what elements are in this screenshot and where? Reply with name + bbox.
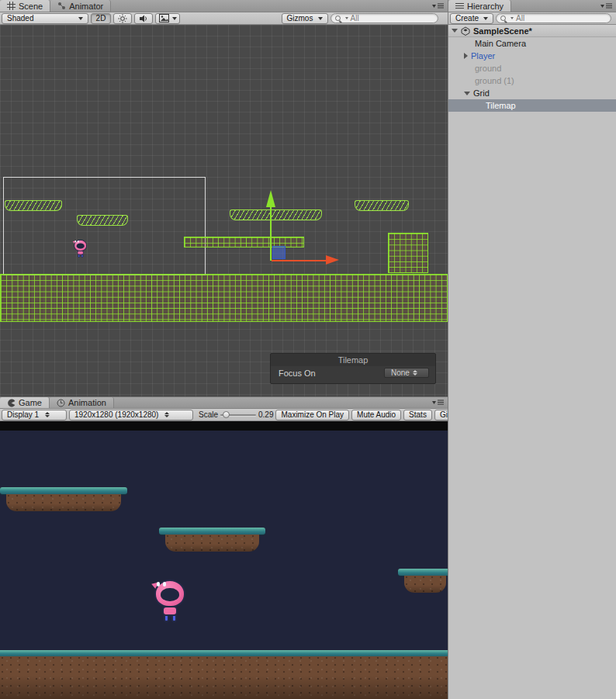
- tree-row-grid[interactable]: Grid: [448, 87, 616, 99]
- speaker-icon: [139, 14, 148, 23]
- slider-knob[interactable]: [223, 411, 230, 418]
- focus-on-label: Focus On: [279, 369, 316, 378]
- tilemap-ground[interactable]: [0, 274, 448, 322]
- player-face: [161, 588, 179, 601]
- 2d-toggle-label: 2D: [96, 14, 106, 22]
- chevron-down-icon: [78, 17, 83, 20]
- player-face: [77, 243, 85, 248]
- display-dropdown[interactable]: Display 1: [2, 410, 67, 420]
- player-eye: [78, 240, 79, 243]
- platform-dirt: [165, 535, 259, 552]
- hierarchy-tree: SampleScene* Main Camera Player ground g…: [448, 25, 616, 699]
- game-gizmos-button[interactable]: Gizmos: [434, 410, 448, 420]
- tab-animator[interactable]: Animator: [50, 0, 111, 12]
- platform-sprite[interactable]: [77, 215, 128, 226]
- platform-sprite[interactable]: [355, 200, 409, 211]
- scale-slider[interactable]: [220, 411, 256, 419]
- game-icon: [7, 399, 16, 407]
- chevron-down-icon: [318, 17, 323, 20]
- resolution-dropdown[interactable]: 1920x1280 (1920x1280): [69, 410, 193, 420]
- gizmo-y-axis[interactable]: [270, 207, 272, 261]
- gizmo-y-axis-arrowhead[interactable]: [266, 190, 275, 207]
- hierarchy-toolbar: Create All: [448, 12, 616, 25]
- tree-row-ground-1[interactable]: ground (1): [448, 74, 616, 87]
- create-label: Create: [455, 14, 479, 22]
- focus-on-dropdown[interactable]: None: [384, 368, 429, 378]
- unity-scene-icon: [461, 26, 470, 36]
- search-icon: [500, 15, 508, 22]
- game-pane: Game Animation Display 1 1920x1280 (1920…: [0, 396, 448, 699]
- image-icon: [159, 14, 169, 22]
- search-filter-chevron-icon: [510, 17, 514, 19]
- tree-row-scene[interactable]: SampleScene*: [448, 25, 616, 37]
- platform-sprite[interactable]: [230, 209, 322, 220]
- gizmo-x-axis[interactable]: [272, 260, 326, 261]
- maximize-on-play-button[interactable]: Maximize On Play: [275, 410, 349, 420]
- tree-row-main-camera[interactable]: Main Camera: [448, 37, 616, 50]
- stats-label: Stats: [409, 410, 427, 419]
- unity-editor-window: Scene Animator Shaded 2D: [0, 0, 616, 699]
- gizmo-x-axis-arrowhead[interactable]: [326, 255, 339, 265]
- scene-search-input[interactable]: All: [330, 13, 439, 23]
- platform-surface: [0, 487, 127, 494]
- tree-row-player[interactable]: Player: [448, 50, 616, 62]
- tree-row-ground[interactable]: ground: [448, 62, 616, 74]
- game-pane-menu-icon[interactable]: [428, 397, 448, 408]
- scene-lighting-button[interactable]: [113, 13, 132, 24]
- tab-animation[interactable]: Animation: [50, 397, 114, 408]
- scene-audio-button[interactable]: [134, 13, 153, 24]
- scale-value: 0.29: [258, 410, 273, 419]
- hierarchy-pane-menu-icon[interactable]: [597, 0, 616, 12]
- chevron-down-icon: [172, 17, 177, 20]
- clock-icon: [57, 399, 65, 407]
- tilemap-block[interactable]: [388, 233, 428, 273]
- stats-button[interactable]: Stats: [403, 410, 432, 420]
- tilemap-strip[interactable]: [184, 237, 304, 247]
- player-eye: [157, 582, 160, 587]
- hierarchy-search-input[interactable]: All: [496, 13, 611, 23]
- search-filter-chevron-icon: [345, 17, 348, 19]
- tab-scene[interactable]: Scene: [0, 0, 50, 12]
- foldout-open-icon[interactable]: [452, 29, 458, 33]
- scene-viewport[interactable]: Tilemap Focus On None: [0, 25, 448, 396]
- player-sprite-game: [152, 578, 188, 623]
- mute-audio-label: Mute Audio: [357, 410, 396, 419]
- scene-effects-button[interactable]: [155, 13, 180, 24]
- player-boot: [81, 254, 84, 258]
- player-boot: [171, 614, 177, 622]
- sun-icon: [118, 14, 127, 23]
- tab-hierarchy-label: Hierarchy: [467, 2, 504, 11]
- hierarchy-list-icon: [455, 2, 464, 9]
- player-eye: [75, 240, 77, 243]
- scene-pane-menu-icon[interactable]: [428, 0, 448, 12]
- platform-dirt: [6, 494, 121, 511]
- foldout-open-icon[interactable]: [464, 92, 470, 95]
- tab-hierarchy[interactable]: Hierarchy: [448, 0, 511, 12]
- tab-game[interactable]: Game: [0, 397, 50, 408]
- platform-sprite[interactable]: [5, 200, 62, 211]
- foldout-closed-icon[interactable]: [464, 53, 468, 59]
- gizmo-xy-plane-handle[interactable]: [272, 246, 286, 259]
- tab-game-label: Game: [19, 398, 42, 407]
- platform-surface: [398, 569, 448, 576]
- tab-animator-label: Animator: [69, 2, 103, 11]
- player-sprite-scene[interactable]: [73, 239, 88, 258]
- item-label: Main Camera: [475, 37, 526, 50]
- platform-dirt: [404, 576, 446, 593]
- hierarchy-tabbar: Hierarchy: [448, 0, 616, 12]
- tree-row-tilemap[interactable]: Tilemap: [448, 99, 616, 112]
- mute-audio-button[interactable]: Mute Audio: [351, 410, 401, 420]
- shading-mode-label: Shaded: [7, 14, 33, 22]
- game-gizmos-label: Gizmos: [440, 410, 448, 419]
- scene-gizmos-dropdown[interactable]: Gizmos: [282, 13, 328, 24]
- camera-bounds-rect: [3, 177, 206, 275]
- ground-surface: [0, 650, 448, 656]
- scene-name: SampleScene*: [473, 25, 532, 37]
- 2d-toggle-button[interactable]: 2D: [91, 13, 111, 24]
- shading-mode-dropdown[interactable]: Shaded: [2, 13, 88, 24]
- display-label: Display 1: [7, 410, 39, 419]
- focus-on-value: None: [391, 369, 410, 377]
- hierarchy-search-value: All: [516, 14, 524, 22]
- create-dropdown[interactable]: Create: [450, 13, 493, 24]
- item-label: ground: [475, 62, 501, 74]
